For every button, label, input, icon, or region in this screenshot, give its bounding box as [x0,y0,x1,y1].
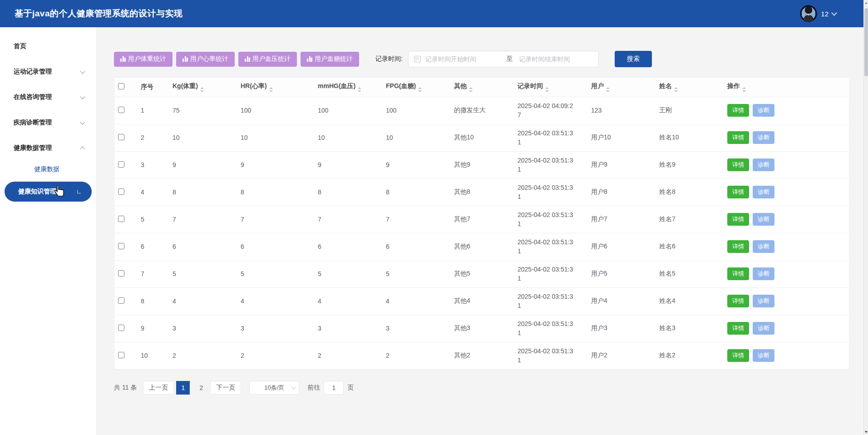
cell-user: 用户9 [587,151,656,178]
detail-button[interactable]: 详情 [727,158,749,171]
row-checkbox[interactable] [118,216,124,222]
col-blood-sugar[interactable]: FPG(血糖) [382,78,450,97]
detail-button[interactable]: 详情 [727,322,749,335]
user-blood-sugar-stats-button[interactable]: 用户血糖统计 [301,52,359,67]
select-all-checkbox[interactable] [118,83,124,89]
goto-label: 前往 [307,384,320,392]
date-start-input[interactable] [425,55,500,63]
sidebar-item-home[interactable]: 首页 [0,34,96,59]
cell-record_time: 2025-04-02 03:51:31 [514,124,587,151]
sidebar-item-sport-records[interactable]: 运动记录管理 [0,59,96,84]
cell-heart_rate: 2 [237,342,314,369]
cell-blood_pressure: 100 [314,97,382,124]
diagnose-button[interactable]: 诊断 [753,131,774,144]
sidebar-item-health-knowledge[interactable]: 健康知识管理 [5,182,92,202]
diagnose-button[interactable]: 诊断 [753,240,774,253]
diagnose-button[interactable]: 诊断 [753,186,774,198]
row-checkbox[interactable] [118,134,124,140]
sidebar-subitem-label: 健康数据 [34,165,59,173]
col-record-time[interactable]: 记录时间 [514,78,587,97]
cell-index: 3 [137,151,169,178]
detail-button[interactable]: 详情 [727,349,749,362]
user-blood-pressure-stats-button[interactable]: 用户血压统计 [238,52,297,67]
row-checkbox[interactable] [118,297,124,304]
detail-button[interactable]: 详情 [727,267,749,280]
row-checkbox[interactable] [118,243,124,249]
user-menu[interactable]: 12 [800,5,836,22]
row-checkbox[interactable] [118,270,124,277]
row-checkbox[interactable] [118,107,124,113]
cell-record_time: 2025-04-02 03:51:31 [514,206,587,233]
cell-blood_sugar: 7 [382,206,450,233]
sidebar-item-online-consult[interactable]: 在线咨询管理 [0,84,96,110]
detail-button[interactable]: 详情 [727,131,749,144]
col-name[interactable]: 姓名 [656,78,724,97]
cell-record_time: 2025-04-02 03:51:31 [514,315,587,342]
search-button[interactable]: 搜索 [615,51,652,67]
cell-actions: 详情诊断 [724,124,849,151]
col-other[interactable]: 其他 [450,78,514,97]
page-2-button[interactable]: 2 [194,381,208,395]
cell-weight: 10 [169,124,237,151]
prev-page-button[interactable]: 上一页 [143,381,174,395]
sort-icon[interactable] [742,87,746,92]
sidebar-item-disease-diagnosis[interactable]: 疾病诊断管理 [0,110,96,135]
cell-record_time: 2025-04-02 03:51:31 [514,287,587,315]
sort-icon[interactable] [674,87,678,92]
cell-heart_rate: 6 [237,233,314,260]
col-blood-pressure[interactable]: mmHG(血压) [314,78,382,97]
sort-icon[interactable] [545,87,549,92]
diagnose-button[interactable]: 诊断 [753,213,774,226]
row-checkbox[interactable] [118,161,124,168]
cell-other: 其他6 [450,233,514,260]
detail-button[interactable]: 详情 [727,186,749,198]
date-range-picker[interactable]: 至 [408,51,599,67]
diagnose-button[interactable]: 诊断 [753,104,774,117]
col-actions[interactable]: 操作 [724,78,849,97]
detail-button[interactable]: 详情 [727,104,749,117]
page-size-select[interactable]: 10条/页 [249,381,299,395]
detail-button[interactable]: 详情 [727,240,749,253]
sidebar-item-health-data-mgmt[interactable]: 健康数据管理 [0,135,96,161]
col-user[interactable]: 用户 [587,78,656,97]
cell-user: 用户3 [587,315,656,342]
col-weight[interactable]: Kg(体重) [169,78,237,97]
sort-icon[interactable] [606,87,610,92]
user-weight-stats-button[interactable]: 用户体重统计 [114,52,173,67]
col-heart-rate[interactable]: HR(心率) [237,78,314,97]
sort-icon[interactable] [469,87,473,92]
next-page-button[interactable]: 下一页 [210,381,241,395]
user-heart-rate-stats-button[interactable]: 用户心率统计 [176,52,235,67]
detail-button[interactable]: 详情 [727,213,749,226]
sidebar-subitem-health-data[interactable]: 健康数据 [0,161,96,178]
diagnose-button[interactable]: 诊断 [753,349,774,362]
diagnose-button[interactable]: 诊断 [753,267,774,280]
page-1-button[interactable]: 1 [176,381,190,395]
date-end-input[interactable] [519,55,594,63]
scroll-down-arrow-icon[interactable] [865,431,868,433]
cell-index: 2 [137,124,169,151]
diagnose-button[interactable]: 诊断 [753,322,774,335]
cell-blood_sugar: 100 [382,97,450,124]
detail-button[interactable]: 详情 [727,295,749,307]
scrollbar-thumb[interactable] [864,8,868,76]
sort-icon[interactable] [269,87,273,92]
sort-icon[interactable] [358,87,361,92]
cell-heart_rate: 7 [237,206,314,233]
cell-other: 的撒发生大 [450,97,514,124]
row-checkbox[interactable] [118,352,124,358]
goto-page-input[interactable] [324,381,344,395]
vertical-scrollbar[interactable] [863,0,868,435]
cell-blood_sugar: 8 [382,178,450,206]
scroll-up-arrow-icon[interactable] [865,2,868,4]
diagnose-button[interactable]: 诊断 [753,158,774,171]
table-row: 210101010其他102025-04-02 03:51:31用户10姓名10… [114,124,849,151]
row-checkbox[interactable] [118,325,124,331]
table-row: 175100100100的撒发生大2025-04-02 04:09:27123王… [114,97,849,124]
sort-icon[interactable] [418,87,422,92]
user-avatar[interactable] [800,5,817,22]
cell-index: 5 [137,206,169,233]
diagnose-button[interactable]: 诊断 [753,295,774,307]
sort-icon[interactable] [200,87,204,92]
row-checkbox[interactable] [118,188,124,195]
